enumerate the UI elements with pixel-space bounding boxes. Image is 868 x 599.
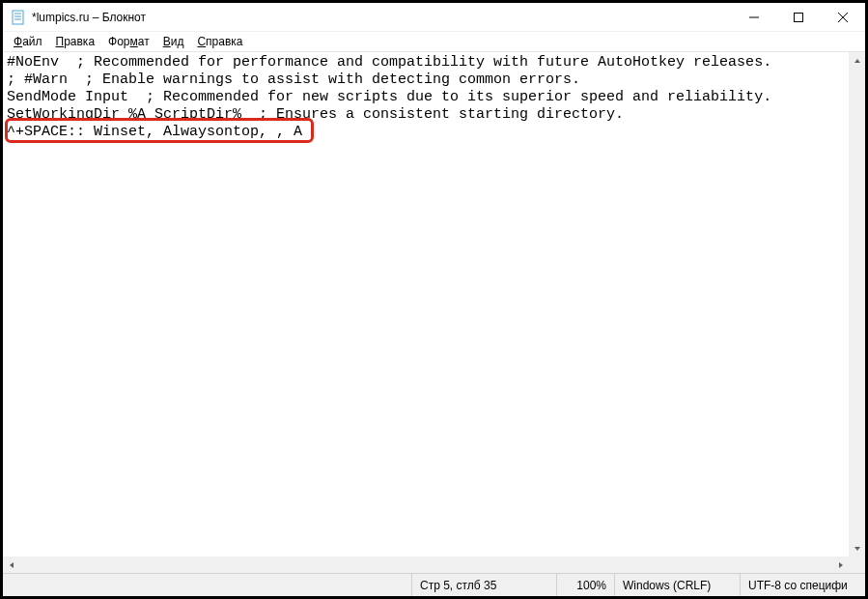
svg-marker-8 <box>854 59 860 63</box>
scroll-right-icon[interactable] <box>832 556 849 573</box>
scroll-left-icon[interactable] <box>3 556 19 573</box>
svg-marker-11 <box>839 562 843 568</box>
menu-edit[interactable]: Правка <box>49 34 102 49</box>
scroll-up-icon[interactable] <box>849 52 865 69</box>
editor-content[interactable]: #NoEnv ; Recommended for performance and… <box>3 52 849 556</box>
notepad-window: *lumpics.ru – Блокнот Файл Правка Формат… <box>3 3 865 596</box>
svg-marker-10 <box>10 562 14 568</box>
menu-format[interactable]: Формат <box>101 34 156 49</box>
notepad-icon <box>11 10 26 25</box>
status-encoding: UTF-8 со специфи <box>740 574 865 596</box>
minimize-button[interactable] <box>732 3 776 32</box>
svg-marker-9 <box>854 547 860 551</box>
menubar: Файл Правка Формат Вид Справка <box>3 32 865 51</box>
scroll-down-icon[interactable] <box>849 540 865 556</box>
status-empty <box>3 574 411 596</box>
window-title: *lumpics.ru – Блокнот <box>32 11 146 24</box>
svg-rect-0 <box>13 11 23 24</box>
status-zoom: 100% <box>556 574 614 596</box>
menu-view[interactable]: Вид <box>156 34 191 49</box>
statusbar: Стр 5, стлб 35 100% Windows (CRLF) UTF-8… <box>3 573 865 596</box>
maximize-button[interactable] <box>776 3 821 32</box>
vertical-scrollbar[interactable] <box>849 52 865 556</box>
horizontal-scrollbar[interactable] <box>3 556 849 573</box>
scroll-h-track[interactable] <box>19 556 832 573</box>
status-line-ending: Windows (CRLF) <box>614 574 740 596</box>
scroll-corner <box>849 556 865 573</box>
titlebar[interactable]: *lumpics.ru – Блокнот <box>3 3 865 32</box>
menu-help[interactable]: Справка <box>190 34 249 49</box>
text-editor[interactable]: #NoEnv ; Recommended for performance and… <box>3 51 865 573</box>
menu-file[interactable]: Файл <box>7 34 49 49</box>
scroll-v-track[interactable] <box>849 69 865 540</box>
svg-rect-5 <box>795 13 803 21</box>
close-button[interactable] <box>821 3 865 32</box>
status-position: Стр 5, стлб 35 <box>411 574 556 596</box>
